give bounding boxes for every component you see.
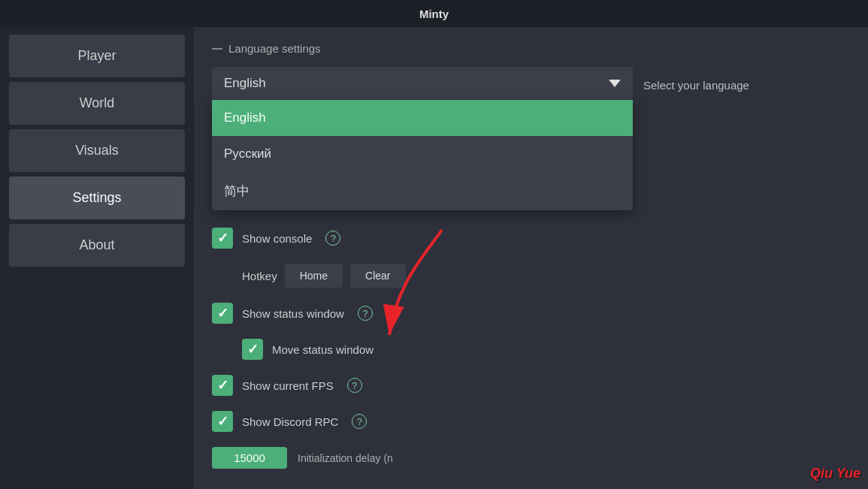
hotkey-row: Hotkey Home Clear [242, 256, 850, 295]
show-fps-help[interactable]: ? [347, 378, 362, 393]
language-dropdown-button[interactable]: English [212, 67, 633, 100]
init-hint-label: Initialization delay (n [298, 452, 393, 464]
main-layout: Player World Visuals Settings About Lang… [0, 27, 868, 489]
dropdown-option-english[interactable]: English [212, 100, 633, 136]
app-title: Minty [419, 8, 449, 20]
language-select-row: English English Русский 简中 Select your [212, 67, 850, 103]
sidebar: Player World Visuals Settings About [0, 27, 194, 489]
content-area: Language settings English English Русски… [194, 27, 868, 489]
show-discord-rpc-label: Show Discord RPC [242, 415, 338, 428]
sidebar-item-settings[interactable]: Settings [9, 177, 185, 219]
show-console-row: ✓ Show console ? [212, 220, 850, 256]
show-status-window-row: ✓ Show status window ? [212, 295, 850, 331]
init-delay-input[interactable] [212, 447, 287, 469]
show-status-window-checkbox[interactable]: ✓ [212, 303, 233, 324]
show-fps-checkbox[interactable]: ✓ [212, 375, 233, 396]
move-status-window-label: Move status window [272, 343, 374, 356]
checkmark-icon-3: ✓ [247, 341, 259, 358]
dropdown-arrow-icon [609, 80, 621, 87]
title-bar: Minty [0, 0, 868, 27]
sidebar-item-about[interactable]: About [9, 224, 185, 267]
hotkey-label: Hotkey [242, 270, 277, 282]
dropdown-selected-label: English [224, 76, 266, 91]
show-discord-rpc-row: ✓ Show Discord RPC ? [212, 403, 850, 439]
dropdown-option-chinese[interactable]: 简中 [212, 172, 633, 210]
checkmark-icon: ✓ [217, 230, 228, 246]
show-console-help[interactable]: ? [325, 231, 340, 246]
move-status-window-row: ✓ Move status window [242, 331, 850, 367]
sidebar-item-world[interactable]: World [9, 82, 185, 125]
show-console-checkbox[interactable]: ✓ [212, 228, 233, 249]
checkmark-icon-4: ✓ [217, 377, 228, 394]
show-status-window-help[interactable]: ? [358, 306, 373, 321]
dropdown-option-russian[interactable]: Русский [212, 136, 633, 172]
sidebar-item-visuals[interactable]: Visuals [9, 129, 185, 172]
checkmark-icon-5: ✓ [217, 413, 228, 430]
checkmark-icon-2: ✓ [217, 305, 228, 321]
hotkey-home-button[interactable]: Home [285, 264, 343, 288]
show-fps-label: Show current FPS [242, 379, 334, 392]
show-discord-rpc-checkbox[interactable]: ✓ [212, 411, 233, 432]
watermark: Qiu Yue [810, 466, 860, 481]
sidebar-item-player[interactable]: Player [9, 35, 185, 77]
hotkey-clear-button[interactable]: Clear [350, 264, 405, 288]
dropdown-list: English Русский 简中 [212, 100, 633, 210]
show-fps-row: ✓ Show current FPS ? [212, 367, 850, 403]
select-language-hint: Select your language [643, 79, 749, 92]
move-status-window-checkbox[interactable]: ✓ [242, 339, 263, 360]
show-status-window-label: Show status window [242, 307, 344, 320]
show-discord-rpc-help[interactable]: ? [352, 414, 367, 429]
show-console-label: Show console [242, 232, 312, 245]
bottom-row: Initialization delay (n [212, 439, 850, 476]
language-dropdown-wrapper: English English Русский 简中 [212, 67, 633, 100]
section-title: Language settings [212, 42, 850, 55]
